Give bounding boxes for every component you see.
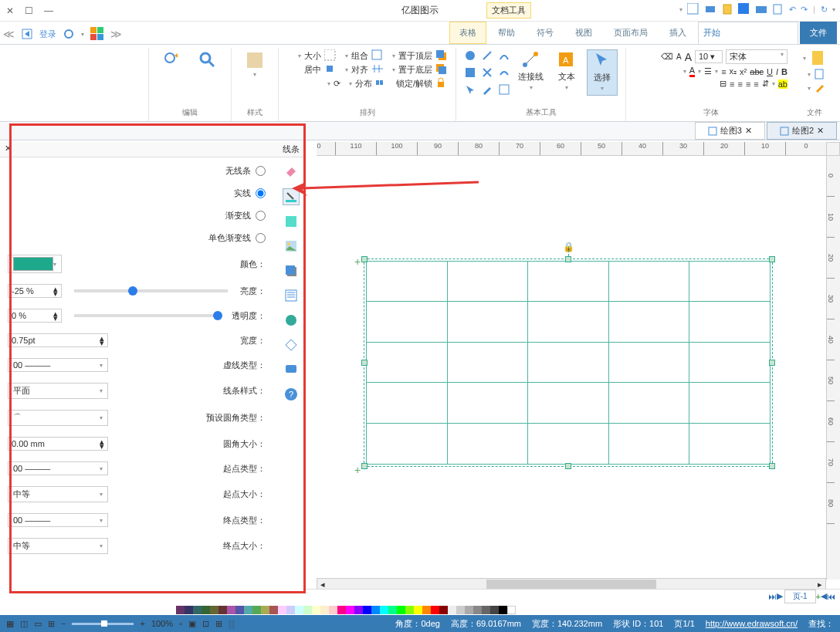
- qat-open-icon[interactable]: [755, 3, 767, 15]
- view-mode3-icon[interactable]: ⊡: [202, 619, 209, 629]
- gear-icon[interactable]: [63, 28, 75, 40]
- super-icon[interactable]: x²: [740, 67, 747, 76]
- share-icon[interactable]: [21, 28, 33, 40]
- view-layout4-icon[interactable]: ⊞: [48, 619, 55, 629]
- fill-solid-radio[interactable]: 实线: [8, 188, 266, 199]
- font-inc-icon[interactable]: A: [685, 51, 692, 63]
- shape-arc-icon[interactable]: [498, 49, 510, 62]
- globe-icon[interactable]: [283, 312, 300, 329]
- zoom-value[interactable]: 100%: [151, 619, 173, 628]
- page-next-icon[interactable]: ▶: [777, 591, 783, 601]
- doc-tab-2[interactable]: 绘图2✕: [767, 122, 837, 140]
- table-shape[interactable]: 🔒 + +: [366, 261, 771, 465]
- tab-file[interactable]: 文件: [800, 22, 837, 44]
- connector-tool-icon[interactable]: [522, 51, 540, 69]
- strike-icon[interactable]: abc: [750, 67, 764, 76]
- end-size-select[interactable]: 中等▾: [8, 538, 108, 554]
- tab-symbol[interactable]: 符号: [527, 22, 564, 44]
- align-right-icon[interactable]: ≡: [737, 79, 742, 89]
- underline-icon[interactable]: U: [767, 67, 773, 76]
- select-tool-icon[interactable]: [593, 52, 611, 70]
- start-type-select[interactable]: 00 ———▾: [8, 461, 108, 475]
- shadow-icon[interactable]: [283, 262, 300, 279]
- align-center-icon[interactable]: ≡: [746, 79, 750, 89]
- bullets-icon[interactable]: ≡: [721, 67, 726, 76]
- tab-insert[interactable]: 插入: [659, 22, 696, 44]
- font-dec-icon[interactable]: A: [676, 52, 682, 61]
- window-minimize-icon[interactable]: —: [44, 5, 53, 16]
- find-icon[interactable]: [198, 51, 217, 69]
- line-icon[interactable]: [283, 188, 300, 205]
- window-maximize-icon[interactable]: ☐: [25, 5, 33, 16]
- opacity-value[interactable]: 0 %▴▾: [8, 309, 62, 323]
- paste-icon[interactable]: [809, 49, 826, 66]
- shape-pointer-icon[interactable]: [464, 83, 476, 96]
- close-icon[interactable]: ✕: [745, 126, 752, 136]
- tab-table[interactable]: 表格: [449, 22, 486, 44]
- panel-close-icon[interactable]: ✕: [5, 144, 12, 155]
- shape-curve-icon[interactable]: [498, 66, 510, 79]
- view-mode5-icon[interactable]: ░: [229, 619, 235, 628]
- fill-gradient-radio[interactable]: 渐变线: [8, 210, 266, 221]
- fill-solid-icon[interactable]: [283, 213, 300, 230]
- view-layout1-icon[interactable]: ▦: [6, 619, 14, 629]
- fill-bucket-icon[interactable]: [283, 164, 300, 181]
- qat-undo-icon[interactable]: ↶: [789, 5, 796, 15]
- color-value[interactable]: ▾: [8, 255, 62, 273]
- highlight-icon[interactable]: ab: [778, 79, 788, 89]
- window-close-icon[interactable]: ✕: [6, 5, 14, 16]
- shape-cross-icon[interactable]: [481, 66, 493, 79]
- fill-none-radio[interactable]: 无线条: [8, 165, 266, 177]
- text-prop-icon[interactable]: [283, 287, 300, 304]
- qat-new-icon[interactable]: [772, 3, 784, 15]
- expand-ribbon-icon[interactable]: ≫: [110, 28, 122, 40]
- add-col-icon[interactable]: +: [354, 255, 361, 268]
- qat-save-icon[interactable]: [738, 3, 750, 15]
- login-button[interactable]: 登录: [39, 29, 56, 40]
- zoom-out-icon[interactable]: −: [61, 619, 66, 628]
- end-type-select[interactable]: 00 ———▾: [8, 513, 108, 527]
- qat-print-icon[interactable]: [704, 3, 716, 15]
- numbers-icon[interactable]: ☰: [704, 66, 712, 76]
- copy-icon[interactable]: [814, 68, 826, 80]
- tab-help[interactable]: 帮助: [488, 22, 525, 44]
- brightness-value[interactable]: -25 %▴▾: [8, 284, 62, 298]
- view-mode4-icon[interactable]: ⊞: [215, 619, 222, 629]
- font-color-icon[interactable]: A: [689, 66, 695, 77]
- line-style-select[interactable]: 平面▾: [8, 383, 108, 399]
- zoom-in-icon[interactable]: +: [140, 619, 144, 628]
- sub-icon[interactable]: x₂: [730, 66, 737, 76]
- image-icon[interactable]: [283, 238, 300, 255]
- tab-view[interactable]: 视图: [565, 22, 602, 44]
- page-prev-icon[interactable]: ◀: [821, 591, 827, 601]
- shape-pencil-icon[interactable]: [481, 83, 493, 96]
- align-icon[interactable]: [371, 63, 384, 76]
- view-mode1-icon[interactable]: ▫: [179, 619, 182, 628]
- fill-mono-radio[interactable]: 单色渐变线: [8, 232, 266, 244]
- bold-icon[interactable]: B: [781, 67, 788, 76]
- shape-line-icon[interactable]: [481, 49, 493, 62]
- diamond-icon[interactable]: [283, 336, 300, 353]
- opacity-slider[interactable]: [74, 314, 219, 317]
- view-layout2-icon[interactable]: ◫: [20, 619, 28, 629]
- page-first-icon[interactable]: ⏮: [827, 592, 835, 601]
- zoom-slider[interactable]: [72, 623, 134, 625]
- corner-type-select[interactable]: ⌒▾: [8, 410, 108, 426]
- canvas[interactable]: 🔒 + +: [317, 156, 826, 578]
- shape-text-icon[interactable]: [498, 83, 510, 96]
- shape-square-icon[interactable]: [464, 66, 476, 79]
- close-icon[interactable]: ✕: [817, 126, 824, 136]
- qat-more-icon[interactable]: ▾: [679, 6, 682, 13]
- brightness-slider[interactable]: [74, 289, 228, 292]
- clear-format-icon[interactable]: ⌫: [661, 52, 673, 62]
- view-layout3-icon[interactable]: ▭: [34, 619, 42, 629]
- tab-layout[interactable]: 页面布局: [604, 22, 658, 44]
- font-size-select[interactable]: 10 ▾: [695, 50, 723, 63]
- tab-start[interactable]: 开始: [698, 22, 798, 44]
- collapse-ribbon-icon[interactable]: ≪: [3, 28, 15, 40]
- qat-redo2-icon[interactable]: ↻: [821, 5, 828, 15]
- style-icon[interactable]: [246, 51, 264, 69]
- help-icon[interactable]: ?: [283, 386, 300, 403]
- start-size-select[interactable]: 中等▾: [8, 486, 108, 502]
- combine-icon[interactable]: [371, 49, 384, 62]
